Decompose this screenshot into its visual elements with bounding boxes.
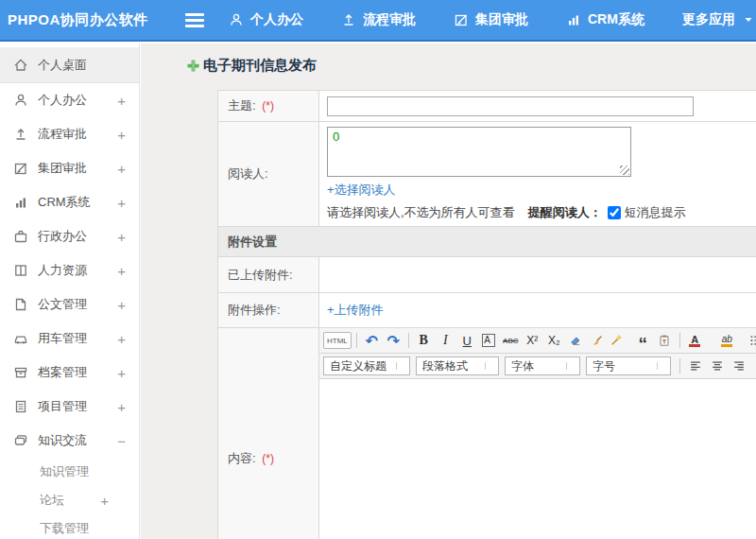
hamburger-menu-icon[interactable]	[185, 13, 204, 27]
align-right-button[interactable]	[729, 356, 748, 376]
nav-more-apps[interactable]: 更多应用	[682, 11, 753, 28]
sidebar-subitem-label: 知识管理	[40, 463, 89, 480]
strikethrough-button[interactable]: ABC	[501, 331, 521, 351]
caret-down-icon	[566, 362, 576, 370]
caret-down-icon	[396, 362, 406, 370]
sidebar-item-workflow-approval[interactable]: 流程审批 +	[0, 117, 139, 151]
brush-icon	[591, 334, 604, 347]
align-left-button[interactable]	[685, 356, 705, 376]
align-justify-button[interactable]	[750, 356, 756, 376]
expand-toggle[interactable]: +	[117, 297, 126, 313]
sidebar-item-group-approval[interactable]: 集团审批 +	[0, 151, 139, 185]
resize-grip-icon[interactable]	[620, 165, 629, 175]
font-color-button[interactable]: A	[685, 331, 705, 351]
sidebar-item-label: 个人办公	[38, 92, 87, 109]
eraser-button[interactable]	[566, 331, 586, 351]
sidebar-subitem-forum[interactable]: 论坛 +	[0, 486, 139, 514]
toolbar-separator	[408, 333, 409, 348]
chart-icon	[13, 195, 28, 210]
sidebar-item-personal-office[interactable]: 个人办公 +	[0, 83, 139, 117]
attachments-section-row: 附件设置	[218, 227, 756, 257]
expand-toggle[interactable]: +	[117, 399, 126, 415]
expand-toggle[interactable]: +	[117, 127, 126, 143]
underline-button[interactable]: U	[457, 331, 477, 351]
caret-down-icon[interactable]	[740, 337, 747, 344]
ordered-list-button[interactable]	[749, 331, 756, 351]
upload-attachment-link[interactable]: +上传附件	[327, 302, 384, 319]
archive-icon	[13, 365, 28, 380]
book-icon	[13, 263, 28, 278]
nav-crm-system[interactable]: CRM系统	[566, 11, 644, 28]
sidebar-item-admin-office[interactable]: 行政办公 +	[0, 219, 139, 253]
clipboard-icon	[658, 334, 671, 347]
paragraph-format-select[interactable]: 段落格式	[416, 356, 499, 375]
sidebar-submenu-knowledge: 知识管理 论坛 + 下载管理 公共文件柜	[0, 458, 139, 539]
sidebar-subitem-downloads[interactable]: 下载管理	[0, 514, 139, 539]
sidebar-item-label: 流程审批	[38, 126, 87, 143]
sidebar-item-hr[interactable]: 人力资源 +	[0, 253, 139, 287]
nav-workflow-approval[interactable]: 流程审批	[341, 11, 416, 28]
subject-input[interactable]	[327, 96, 694, 116]
sidebar-item-label: 行政办公	[38, 228, 87, 245]
editor-cell: HTML ↶ ↷ B I U A ABC X² X₂ “	[319, 328, 756, 539]
format-brush-button[interactable]	[588, 331, 608, 351]
caret-down-icon[interactable]	[708, 337, 715, 344]
redo-button[interactable]: ↷	[384, 331, 404, 351]
readers-textarea[interactable]: 0	[327, 127, 631, 177]
top-nav: 个人办公 流程审批 集团审批 CRM系统 更多应用	[229, 11, 753, 28]
paste-text-button[interactable]	[655, 331, 675, 351]
nav-personal-office[interactable]: 个人办公	[229, 11, 303, 28]
font-color-letter: A	[691, 335, 698, 344]
highlight-color-button[interactable]: ab	[717, 331, 737, 351]
sidebar-item-desktop[interactable]: 个人桌面	[0, 47, 139, 83]
superscript-button[interactable]: X²	[523, 331, 542, 351]
sidebar-item-projects[interactable]: 项目管理 +	[0, 390, 139, 424]
chat-icon	[13, 433, 28, 448]
sidebar-item-vehicle[interactable]: 用车管理 +	[0, 322, 139, 356]
align-center-button[interactable]	[707, 356, 727, 376]
remind-readers-label: 提醒阅读人：	[528, 204, 602, 221]
custom-heading-select[interactable]: 自定义标题	[323, 356, 410, 375]
green-plus-icon	[186, 59, 200, 73]
sms-remind-checkbox[interactable]	[608, 206, 621, 219]
sidebar-item-archives[interactable]: 档案管理 +	[0, 356, 139, 390]
expand-toggle[interactable]: +	[117, 365, 126, 381]
subject-label: 主题:	[228, 98, 256, 113]
sidebar-item-label: 集团审批	[38, 160, 87, 177]
expand-toggle[interactable]: +	[117, 229, 126, 245]
sidebar-subitem-label: 下载管理	[40, 520, 89, 537]
italic-button[interactable]: I	[436, 331, 455, 351]
user-icon	[229, 12, 244, 27]
subscript-button[interactable]: X₂	[544, 331, 564, 351]
align-right-icon	[732, 359, 746, 373]
sidebar-item-crm[interactable]: CRM系统 +	[0, 185, 139, 219]
select-readers-link[interactable]: +选择阅读人	[327, 182, 396, 199]
sidebar-item-official-docs[interactable]: 公文管理 +	[0, 287, 139, 322]
expand-toggle[interactable]: +	[117, 195, 126, 211]
font-style-button[interactable]: A	[479, 331, 499, 351]
editor-content-area[interactable]	[319, 379, 756, 539]
font-size-select[interactable]: 字号	[586, 356, 671, 375]
select-label: 字体	[511, 358, 534, 374]
autoformat-button[interactable]	[610, 331, 631, 351]
car-icon	[13, 331, 28, 346]
font-family-select[interactable]: 字体	[505, 356, 580, 375]
nav-group-approval[interactable]: 集团审批	[454, 11, 528, 28]
sidebar-subitem-knowledge-mgmt[interactable]: 知识管理	[0, 458, 139, 486]
undo-button[interactable]: ↶	[362, 331, 382, 351]
bold-button[interactable]: B	[414, 331, 434, 351]
uploaded-label-cell: 已上传附件:	[218, 257, 319, 293]
user-icon	[13, 93, 28, 108]
sidebar-item-knowledge[interactable]: 知识交流 −	[0, 424, 139, 458]
nav-label: 流程审批	[363, 11, 416, 28]
expand-toggle[interactable]: +	[100, 493, 126, 509]
attachments-section-title: 附件设置	[218, 227, 756, 257]
expand-toggle[interactable]: +	[117, 263, 126, 279]
expand-toggle[interactable]: +	[117, 331, 126, 347]
collapse-toggle[interactable]: −	[117, 433, 126, 449]
expand-toggle[interactable]: +	[117, 93, 126, 109]
blockquote-button[interactable]: “	[633, 331, 653, 351]
expand-toggle[interactable]: +	[117, 161, 126, 177]
sidebar-item-label: 项目管理	[38, 398, 87, 415]
html-source-button[interactable]: HTML	[323, 332, 352, 349]
